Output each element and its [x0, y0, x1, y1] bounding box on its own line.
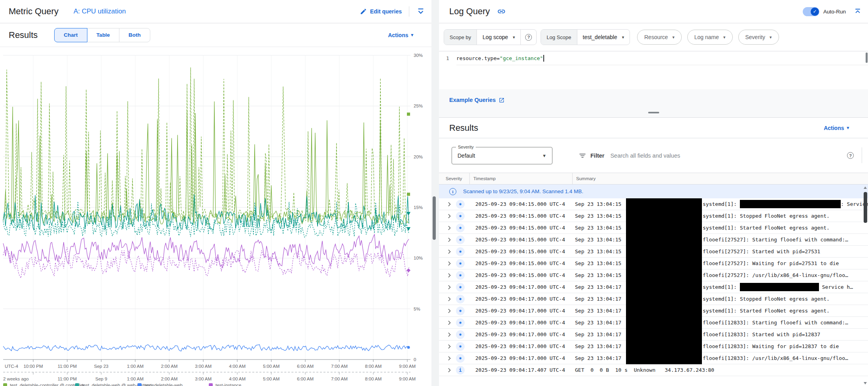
- legend-item[interactable]: test_deletable-controller @ controller: [3, 383, 84, 386]
- tab-chart[interactable]: Chart: [54, 28, 87, 42]
- cpu-utilization-chart[interactable]: 30%25%20%15%10%5%0UTC-410:00 PM11:00 PMS…: [0, 47, 431, 386]
- legend-swatch-icon: [75, 383, 79, 386]
- pencil-icon: [360, 8, 367, 15]
- auto-run-toggle[interactable]: ✓: [803, 7, 819, 16]
- log-actions-button[interactable]: Actions ▾: [824, 125, 849, 131]
- severity-pill-label: Severity: [745, 34, 766, 40]
- results-scrollbar[interactable]: [862, 185, 868, 386]
- editor-code-area[interactable]: resource.type="gce_instance": [456, 51, 868, 89]
- text-cursor: [543, 55, 544, 62]
- svg-text:2:00 AM: 2:00 AM: [161, 377, 178, 381]
- svg-text:30%: 30%: [414, 53, 423, 58]
- expand-row-chevron-icon[interactable]: [446, 201, 452, 207]
- scope-by-dropdown[interactable]: Log scope ▾: [477, 30, 520, 45]
- log-summary: Sep 23 13:04:15flooefi[27527]: /usr/lib/…: [575, 272, 868, 278]
- editor-code-line[interactable]: resource.type="gce_instance": [456, 51, 868, 65]
- log-scope-value: test_deletable: [583, 34, 617, 40]
- scrollbar-thumb[interactable]: [864, 192, 867, 223]
- open-in-new-icon: [499, 97, 505, 103]
- scroll-up-icon[interactable]: [864, 186, 867, 189]
- log-actions-label: Actions: [824, 125, 844, 131]
- caret-down-icon: ▾: [411, 32, 413, 38]
- log-summary-text: systemd[1]: Stopped FlooNet egress agent…: [703, 213, 830, 219]
- chart-view-tabs: Chart Table Both: [54, 28, 150, 42]
- log-summary-text: flooefi[12833]: Starting flooefi with co…: [703, 320, 848, 326]
- expand-row-chevron-icon[interactable]: [446, 260, 452, 267]
- editor-scrollbar[interactable]: [866, 53, 868, 63]
- metric-query-chip[interactable]: A: CPU utilization: [74, 8, 126, 15]
- svg-text:8:00 AM: 8:00 AM: [365, 377, 382, 381]
- svg-text:Sep 9: Sep 9: [95, 377, 107, 381]
- collapse-panel-icon[interactable]: [854, 8, 862, 15]
- expand-row-chevron-icon[interactable]: [446, 272, 452, 279]
- log-summary: GET 0 0 B 10 s Unknown 34.173.67.243:80: [575, 367, 868, 373]
- log-scope-label: Log Scope: [541, 30, 577, 45]
- expand-row-chevron-icon[interactable]: [446, 355, 452, 362]
- severity-debug-icon: ✱: [456, 342, 465, 351]
- expand-row-chevron-icon[interactable]: [446, 331, 452, 338]
- legend-item[interactable]: test-instance: [209, 383, 241, 386]
- resource-filter-pill[interactable]: Resource ▾: [637, 30, 681, 45]
- log-query-panel: Log Query ✓ Auto-Run Scope by Log scope …: [439, 0, 868, 386]
- log-timestamp: 2025-09-23 09:04:15.000 UTC-4: [475, 272, 575, 278]
- severity-filter-pill[interactable]: Severity ▾: [738, 30, 779, 45]
- chart-canvas[interactable]: 30%25%20%15%10%5%0UTC-410:00 PM11:00 PMS…: [0, 47, 431, 386]
- scroll-down-icon[interactable]: [864, 382, 867, 384]
- cloud-console-split-view: Metric Query A: CPU utilization Edit que…: [0, 0, 868, 386]
- expand-row-chevron-icon[interactable]: [446, 320, 452, 326]
- expand-row-chevron-icon[interactable]: [446, 249, 452, 255]
- severity-debug-icon: ✱: [456, 271, 465, 280]
- log-summary: Sep 23 13:04:15systemd[1]: Stopped FlooN…: [575, 213, 868, 219]
- log-name-filter-pill[interactable]: Log name ▾: [687, 30, 733, 45]
- scan-status-banner: i Scanned up to 9/23/25, 9:04 AM. Scanne…: [439, 185, 868, 198]
- help-icon: ?: [525, 34, 532, 41]
- link-icon[interactable]: [497, 7, 506, 16]
- svg-text:25%: 25%: [414, 104, 423, 108]
- expand-row-chevron-icon[interactable]: [446, 343, 452, 350]
- expand-row-chevron-icon[interactable]: [446, 225, 452, 231]
- metric-actions-button[interactable]: Actions ▾: [388, 32, 413, 38]
- log-timestamp: 2025-09-23 09:04:17.000 UTC-4: [475, 355, 575, 361]
- log-summary-text: flooefi[12833]: Waiting for pid=12837 to…: [703, 343, 839, 349]
- legend-item[interactable]: test_deletable-web: [138, 383, 183, 386]
- scope-help-button[interactable]: ?: [520, 30, 536, 45]
- severity-debug-icon: ✱: [456, 235, 465, 244]
- redacted-block: [740, 200, 841, 208]
- scope-by-value: Log scope: [482, 34, 508, 40]
- tab-both[interactable]: Both: [119, 28, 150, 42]
- expand-row-chevron-icon[interactable]: [446, 237, 452, 243]
- log-summary: Sep 23 13:04:17flooefi[12833]: Started w…: [575, 331, 868, 337]
- log-query-editor[interactable]: 1 resource.type="gce_instance": [439, 51, 868, 89]
- example-queries-link[interactable]: Example Queries: [449, 97, 505, 103]
- resize-handle[interactable]: [648, 112, 659, 113]
- log-query-title: Log Query: [449, 6, 490, 17]
- severity-select[interactable]: Severity Default ▼: [452, 147, 552, 164]
- expand-row-chevron-icon[interactable]: [446, 284, 452, 290]
- filter-help-button[interactable]: ?: [847, 152, 854, 159]
- panel-splitter[interactable]: [431, 0, 439, 386]
- edit-queries-button[interactable]: Edit queries: [360, 8, 402, 15]
- panel-splitter-handle[interactable]: [433, 196, 436, 240]
- legend-swatch-icon: [209, 383, 213, 386]
- log-summary-text: systemd[1]: Started FlooNet egress agent…: [703, 308, 830, 314]
- filter-bar-divider: [862, 147, 862, 163]
- log-query-header: Log Query ✓ Auto-Run: [439, 0, 868, 23]
- log-results-header: Results Actions ▾: [439, 118, 868, 138]
- caret-down-icon: ▾: [672, 35, 675, 40]
- svg-text:6:00 AM: 6:00 AM: [297, 377, 314, 381]
- svg-text:3:00 AM: 3:00 AM: [195, 364, 212, 369]
- caret-down-icon: ▾: [723, 35, 726, 40]
- severity-debug-icon: ✱: [456, 354, 465, 363]
- tab-table[interactable]: Table: [87, 28, 119, 42]
- chart-legend: test_deletable-controller @ controllerte…: [0, 383, 431, 386]
- expand-row-chevron-icon[interactable]: [446, 296, 452, 302]
- expand-row-chevron-icon[interactable]: [446, 367, 452, 373]
- log-scope-dropdown[interactable]: test_deletable ▾: [577, 30, 630, 45]
- search-input[interactable]: Search all fields and values: [610, 153, 680, 159]
- expand-row-chevron-icon[interactable]: [446, 213, 452, 219]
- log-row[interactable]: i2025-09-23 09:04:17.407 UTC-4GET 0 0 B …: [439, 364, 868, 376]
- expand-row-chevron-icon[interactable]: [446, 308, 452, 314]
- help-icon: ?: [847, 152, 854, 159]
- collapse-charts-icon[interactable]: [416, 7, 425, 16]
- log-filter-bar: Severity Default ▼ Filter Search all fie…: [439, 138, 868, 173]
